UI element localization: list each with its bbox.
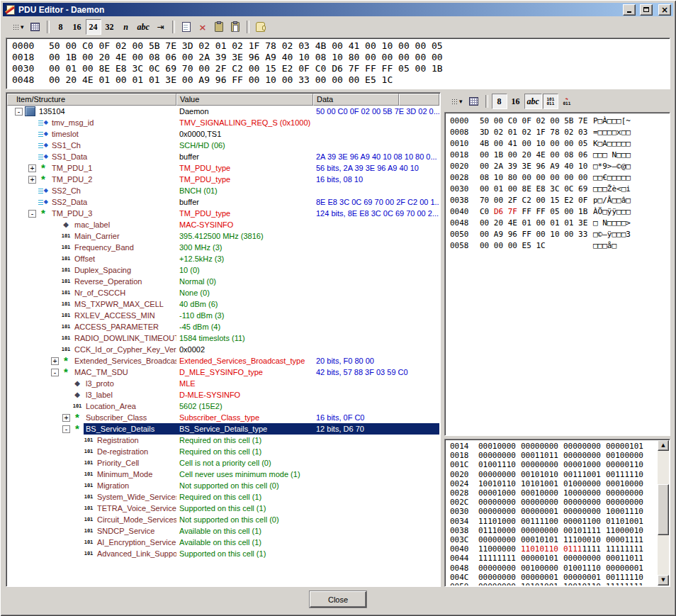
- tree-row-timeslot[interactable]: ◆timeslot0x0000,TS1: [7, 128, 439, 140]
- tree-row-MS_TXPWR_MAX_CELL[interactable]: 101MS_TXPWR_MAX_CELL40 dBm (6): [7, 298, 439, 310]
- tree-row-Priority_Cell[interactable]: 101Priority_CellCell is not a priority c…: [7, 457, 439, 469]
- hex-width-8-button[interactable]: 8: [492, 94, 507, 109]
- expander-expanded[interactable]: -: [62, 425, 70, 433]
- minimize-button[interactable]: [623, 4, 636, 16]
- tree-row-SS1_Ch[interactable]: ◆SS1_ChSCH/HD (06): [7, 140, 439, 151]
- hex-row[interactable]: 003870 00 2F C2 00 15 E2 0Fp□/Â□□â□: [450, 195, 670, 206]
- binary-row[interactable]: 002410010110101010010100000000010000: [450, 479, 657, 488]
- tree-row-SNDCP_Service[interactable]: 101SNDCP_ServiceAvailable on this cell (…: [7, 525, 439, 537]
- maximize-button[interactable]: [640, 4, 653, 16]
- tree-row-Main_Carrier[interactable]: 101Main_Carrier395.412500 MHz (3816): [7, 230, 439, 242]
- binary-row[interactable]: 002C00000000000000000000000000000000: [450, 498, 657, 507]
- tree-row-TM_PDU_2[interactable]: +*TM_PDU_2TM_PDU_type16 bits, 08 10: [7, 174, 439, 185]
- tree-row-135104[interactable]: -135104Daemon50 00 C0 0F 02 00 5B 7E 3D …: [7, 106, 439, 117]
- address-mode-dropdown[interactable]: ▾: [10, 19, 27, 35]
- binary-row[interactable]: 004800000000001000000100111000000001: [450, 564, 657, 573]
- pdu-hex-dump[interactable]: 000050 00 C0 0F 02 00 5B 7E 3D 02 01 02 …: [6, 38, 670, 89]
- hand-tool-button[interactable]: [253, 19, 269, 35]
- binary-row[interactable]: 003000000000000000010000000010001110: [450, 507, 657, 516]
- delete-button[interactable]: ×: [195, 19, 210, 35]
- hex-row[interactable]: 003000 01 00 8E E8 3C 0C 69□□□Žè<□i: [450, 184, 670, 195]
- binary-row[interactable]: 002000000000001010100011100100111110: [450, 470, 657, 479]
- expander-expanded[interactable]: -: [15, 108, 23, 116]
- tree-row-De-registration[interactable]: 101De-registrationRequired on this cell …: [7, 446, 439, 457]
- binary-row[interactable]: 004011000000110101100111111111111111: [450, 544, 657, 554]
- binary-row[interactable]: 001400010000000000000000000000000101: [450, 442, 657, 451]
- hex-viewer[interactable]: 000050 00 C0 0F 02 00 5B 7EP□À□□□[~00083…: [444, 112, 670, 436]
- wrap-toggle-button[interactable]: ⇥: [153, 19, 169, 35]
- hex-row[interactable]: 0040C0 D6 7F FF FF 05 00 1BÀÖ□ÿÿ□□□: [450, 206, 670, 218]
- column-header-item-structure[interactable]: Item/Structure: [7, 94, 176, 106]
- hexdump-row[interactable]: 000050 00 C0 0F 02 00 5B 7E 3D 02 01 02 …: [12, 40, 670, 52]
- width-8-button[interactable]: 8: [53, 19, 69, 35]
- binary-row[interactable]: 004411111111000001010000000000011011: [450, 554, 657, 563]
- tree-row-SS1_Data[interactable]: ◆SS1_Databuffer2A 39 3E 96 A9 40 10 08 1…: [7, 151, 439, 162]
- tree-row-Frequency_Band[interactable]: 101Frequency_Band300 MHz (3): [7, 242, 439, 253]
- paste-button[interactable]: [227, 19, 243, 35]
- hexdump-row[interactable]: 003000 01 00 8E E8 3C 0C 69 70 00 2F C2 …: [12, 63, 670, 74]
- hex-row[interactable]: 00104B 00 41 00 10 00 00 05K□A□□□□□: [450, 138, 670, 150]
- hex-row[interactable]: 002000 2A 39 3E 96 A9 40 10□*9>–©@□: [450, 161, 670, 172]
- tree-row-BS_Service_Details[interactable]: -*BS_Service_DetailsBS_Service_Details_t…: [7, 423, 439, 435]
- tree-row-Nr_of_CSCCH[interactable]: 101Nr_of_CSCCHNone (0): [7, 287, 439, 298]
- tree-row-Minimum_Mode[interactable]: 101Minimum_ModeCell never uses minimum m…: [7, 469, 439, 480]
- tree-row-Duplex_Spacing[interactable]: 101Duplex_Spacing10 (0): [7, 264, 439, 276]
- hex-address-mode-dropdown[interactable]: ▾: [449, 94, 466, 109]
- hex-row[interactable]: 004800 20 4E 01 00 01 01 3E□ N□□□□>: [450, 218, 670, 229]
- tree-row-Extended_Services_Broadcast[interactable]: +*Extended_Services_BroadcastExtended_Se…: [7, 355, 439, 366]
- hex-row[interactable]: 00083D 02 01 02 1F 78 02 03=□□□□x□□: [450, 127, 670, 138]
- binary-row[interactable]: 004C00000000000000010000000100111110: [450, 573, 657, 582]
- tree-row-SS2_Data[interactable]: ◆SS2_Databuffer8E E8 3C 0C 69 70 00 2F C…: [7, 196, 439, 208]
- column-header-data[interactable]: Data: [313, 94, 399, 106]
- width-16-button[interactable]: 16: [69, 19, 85, 35]
- scroll-up-button[interactable]: ▲: [658, 440, 669, 451]
- tree-row-Migration[interactable]: 101MigrationNot supported on this cell (…: [7, 480, 439, 491]
- hex-row[interactable]: 000050 00 C0 0F 02 00 5B 7EP□À□□□[~: [450, 116, 670, 127]
- hexdump-row[interactable]: 004800 20 4E 01 00 01 01 3E 00 A9 96 FF …: [12, 74, 670, 86]
- binary-row[interactable]: 003801110000000000000010111111000010: [450, 526, 657, 535]
- binary-row[interactable]: 001800000000000110110000000000100000: [450, 451, 657, 460]
- binary-scrollbar[interactable]: ▲ ▼: [658, 440, 669, 586]
- tree-row-AI_Encryption_Service[interactable]: 101AI_Encryption_ServiceAvailable on thi…: [7, 537, 439, 548]
- column-header-value[interactable]: Value: [176, 94, 313, 106]
- binary-goto-button[interactable]: ↷011: [559, 94, 575, 109]
- tree-row-Advanced_Link_Suppo...[interactable]: 101Advanced_Link_Suppo...Supported on th…: [7, 548, 439, 559]
- grid-view-button[interactable]: [28, 19, 43, 35]
- tree-row-RADIO_DOWLINK_TIMEOUT[interactable]: 101RADIO_DOWLINK_TIMEOUT1584 timeslots (…: [7, 332, 439, 344]
- width-24-button[interactable]: 24: [86, 19, 101, 35]
- title-bar[interactable]: PDU Editor - Daemon ×: [3, 3, 673, 16]
- tree-row-Subscriber_Class[interactable]: +*Subscriber_ClassSubscriber_Class_type1…: [7, 412, 439, 423]
- ascii-view-button[interactable]: abc: [135, 19, 152, 35]
- tree-row-Reverse_Operation[interactable]: 101Reverse_OperationNormal (0): [7, 276, 439, 287]
- close-window-button[interactable]: ×: [658, 4, 671, 16]
- tree-row-TM_PDU_1[interactable]: +*TM_PDU_1TM_PDU_type56 bits, 2A 39 3E 9…: [7, 162, 439, 174]
- hex-row[interactable]: 005800 00 00 E5 1C□□□å□: [450, 240, 670, 252]
- binary-row[interactable]: 003411101000001111000000110001101001: [450, 517, 657, 526]
- width-n-button[interactable]: n: [118, 19, 134, 35]
- copy-button[interactable]: [211, 19, 227, 35]
- tree-row-tmv_msg_id[interactable]: ◆tmv_msg_idTMV_SIGNALLING_REQ_S (0x1000): [7, 117, 439, 128]
- tree-row-TETRA_Voice_Services[interactable]: 101TETRA_Voice_ServicesSupported on this…: [7, 503, 439, 514]
- hex-row[interactable]: 001800 1B 00 20 4E 00 08 06□□□ N□□□: [450, 150, 670, 161]
- tree-row-l3_label[interactable]: ◆l3_labelD-MLE-SYSINFO: [7, 389, 439, 401]
- expander-collapsed[interactable]: +: [28, 176, 36, 184]
- hex-row[interactable]: 002808 10 80 00 00 00 00 00□□€□□□□□: [450, 172, 670, 184]
- hex-row[interactable]: 005000 A9 96 FF 00 10 00 33□©–ÿ□□□3: [450, 229, 670, 240]
- close-button[interactable]: Close: [310, 591, 366, 607]
- hex-ascii-button[interactable]: abc: [524, 94, 542, 109]
- tree-row-CCK_Id_or_Cypher_Key_Ver...[interactable]: 101CCK_Id_or_Cypher_Key_Ver...0x0002: [7, 344, 439, 355]
- width-32-button[interactable]: 32: [102, 19, 118, 35]
- scrollbar-thumb[interactable]: [658, 484, 669, 535]
- tree-row-Circuit_Mode_Services[interactable]: 101Circuit_Mode_ServicesNot supported on…: [7, 514, 439, 525]
- tree-row-SS2_Ch[interactable]: ◆SS2_ChBNCH (01): [7, 185, 439, 196]
- binary-row[interactable]: 002800001000000100001000000000000000: [450, 488, 657, 498]
- tree-row-System_Wide_Services[interactable]: 101System_Wide_ServicesRequired on this …: [7, 491, 439, 503]
- tree-row-Location_Area[interactable]: 101Location_Area5602 (15E2): [7, 401, 439, 412]
- expander-expanded[interactable]: -: [51, 369, 59, 376]
- scroll-down-button[interactable]: ▼: [658, 575, 669, 586]
- binary-viewer[interactable]: 0014000100000000000000000000000001010018…: [444, 439, 670, 587]
- expander-collapsed[interactable]: +: [28, 164, 36, 172]
- new-pdu-button[interactable]: [179, 19, 194, 35]
- tree-row-ACCESS_PARAMETER[interactable]: 101ACCESS_PARAMETER-45 dBm (4): [7, 321, 439, 332]
- hexdump-row[interactable]: 001800 1B 00 20 4E 00 08 06 00 2A 39 3E …: [12, 52, 670, 63]
